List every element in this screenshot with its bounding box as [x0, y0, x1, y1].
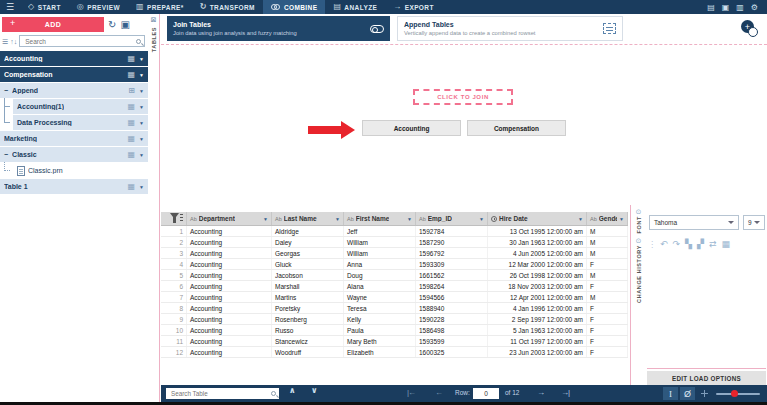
- sidebar-item-marketing[interactable]: Marketing▦▼: [0, 131, 148, 146]
- cell[interactable]: Accounting: [187, 336, 272, 346]
- join-tables-card[interactable]: Join Tables Join data using join analysi…: [167, 16, 390, 41]
- row-number-input[interactable]: [473, 388, 499, 399]
- cell[interactable]: 1594566: [416, 292, 488, 302]
- tab-start[interactable]: ◇START: [20, 0, 69, 14]
- sidebar-item-dataprocessing[interactable]: Data Processing▦▼: [13, 115, 148, 130]
- table-row[interactable]: 9AccountingRosenbergKelly15902282 Sep 19…: [161, 314, 628, 325]
- search-table-input[interactable]: [169, 389, 271, 398]
- sidebar-item-compensation[interactable]: Compensation▦▼: [0, 67, 148, 82]
- cell[interactable]: Marshall: [272, 281, 344, 291]
- column-header-gender[interactable]: AbGender▼: [587, 212, 628, 225]
- cell[interactable]: 1598264: [416, 281, 488, 291]
- cell[interactable]: Accounting: [187, 292, 272, 302]
- tab-prepare[interactable]: ▥PREPARE*: [128, 0, 192, 14]
- chevron-down-icon[interactable]: ▼: [139, 184, 144, 190]
- filter-caret-icon[interactable]: ▼: [261, 216, 268, 222]
- cell[interactable]: 1661562: [416, 270, 488, 280]
- next-row-icon[interactable]: →: [537, 388, 544, 397]
- cell[interactable]: 5 Jan 1963 12:00:00 am: [488, 325, 587, 335]
- cell[interactable]: F: [587, 259, 628, 269]
- cell[interactable]: Rosenberg: [272, 314, 344, 324]
- source-table-button-compensation[interactable]: Compensation: [467, 120, 566, 136]
- cell[interactable]: Accounting: [187, 248, 272, 258]
- chevron-down-icon[interactable]: ▼: [139, 120, 144, 126]
- prev-row-icon[interactable]: ←: [435, 388, 442, 397]
- cell[interactable]: 4 Jan 1996 12:00:00 am: [488, 303, 587, 313]
- collapse-minus-icon[interactable]: −: [4, 151, 8, 158]
- filter-caret-icon[interactable]: ▼: [477, 216, 484, 222]
- cell[interactable]: 1587290: [416, 237, 488, 247]
- cell[interactable]: 2 Sep 1997 12:00:00 am: [488, 314, 587, 324]
- filter-caret-icon[interactable]: ▼: [405, 216, 412, 222]
- cell[interactable]: Doug: [344, 270, 416, 280]
- cell[interactable]: Accounting: [187, 237, 272, 247]
- column-header-department[interactable]: AbDepartment▼: [187, 212, 272, 225]
- edit-table-icon[interactable]: ▦: [721, 239, 730, 249]
- cell[interactable]: William: [344, 237, 416, 247]
- pin-icon[interactable]: ⊙: [636, 208, 642, 215]
- tab-analyze[interactable]: ▤ANALYZE: [325, 0, 385, 14]
- search-next-icon[interactable]: ∨: [311, 386, 318, 395]
- chevron-down-icon[interactable]: ▼: [139, 72, 144, 78]
- cell[interactable]: Anna: [344, 259, 416, 269]
- redo-icon[interactable]: ↷: [673, 239, 681, 249]
- cell[interactable]: M: [587, 248, 628, 258]
- window-icon[interactable]: ▣: [722, 3, 730, 12]
- cell[interactable]: 1596792: [416, 248, 488, 258]
- cell[interactable]: M: [587, 237, 628, 247]
- collapse-minus-icon[interactable]: −: [4, 87, 8, 94]
- cell[interactable]: Jeff: [344, 226, 416, 236]
- sidebar-item-classicprn[interactable]: Classic.prn: [13, 163, 148, 178]
- gear-icon[interactable]: ⚙: [751, 3, 758, 12]
- cell[interactable]: M: [587, 292, 628, 302]
- font-family-select[interactable]: Tahoma: [649, 215, 739, 230]
- source-table-button-accounting[interactable]: Accounting: [362, 120, 461, 136]
- cell[interactable]: 12 Apr 2001 12:00:00 am: [488, 292, 587, 302]
- fuzzy-match-icon[interactable]: ▚: [685, 239, 692, 249]
- font-panel-tab[interactable]: FONT: [636, 216, 642, 233]
- table-row[interactable]: 4AccountingGluckAnna159330912 Mar 2000 1…: [161, 259, 628, 270]
- tab-export[interactable]: →EXPORT: [385, 0, 442, 14]
- column-header-hiredate[interactable]: Hire Date▼: [488, 212, 587, 225]
- edit-load-options-button[interactable]: EDIT LOAD OPTIONS: [647, 371, 766, 385]
- append-tables-card[interactable]: Append Tables Vertically append data to …: [397, 16, 623, 41]
- sidebar-item-accounting[interactable]: Accounting▦▼: [0, 51, 148, 66]
- sidebar-item-classic[interactable]: −Classic▦▼: [0, 147, 148, 162]
- cell[interactable]: Accounting: [187, 303, 272, 313]
- cell[interactable]: Wayne: [344, 292, 416, 302]
- table-row[interactable]: 8AccountingPoretskyTeresa15889404 Jan 19…: [161, 303, 628, 314]
- cell[interactable]: Accounting: [187, 226, 272, 236]
- cell[interactable]: Gluck: [272, 259, 344, 269]
- cell[interactable]: Accounting: [187, 270, 272, 280]
- cell[interactable]: F: [587, 281, 628, 291]
- table-row[interactable]: 5AccountingJacobsonDoug166156226 Oct 199…: [161, 270, 628, 281]
- cell[interactable]: Aldridge: [272, 226, 344, 236]
- cell[interactable]: F: [587, 336, 628, 346]
- cell[interactable]: 1592784: [416, 226, 488, 236]
- zoom-slider-track[interactable]: [716, 393, 760, 395]
- column-header-emp_id[interactable]: AbEmp_ID▼: [416, 212, 488, 225]
- filter-caret-icon[interactable]: ▼: [333, 216, 340, 222]
- table-row[interactable]: 12AccountingWoodruffElizabeth160032523 J…: [161, 347, 628, 358]
- table-row[interactable]: 1AccountingAldridgeJeff159278413 Oct 199…: [161, 226, 628, 237]
- table-row[interactable]: 10AccountingRussoPaula15864985 Jan 1963 …: [161, 325, 628, 336]
- cell[interactable]: Poretsky: [272, 303, 344, 313]
- search-prev-icon[interactable]: ∧: [289, 386, 296, 395]
- cell[interactable]: Russo: [272, 325, 344, 335]
- sidebar-item-table1[interactable]: Table 1▦▼: [0, 179, 148, 194]
- cell[interactable]: Accounting: [187, 325, 272, 335]
- undo-icon[interactable]: ↶: [660, 239, 668, 249]
- cell[interactable]: Stancewicz: [272, 336, 344, 346]
- hamburger-menu-icon[interactable]: ☰: [0, 0, 20, 14]
- chevron-down-icon[interactable]: ▼: [139, 104, 144, 110]
- cell[interactable]: Teresa: [344, 303, 416, 313]
- font-size-select[interactable]: 9: [743, 215, 765, 230]
- library-icon[interactable]: ▥: [736, 3, 744, 12]
- cell[interactable]: F: [587, 303, 628, 313]
- collapse-panel-icon[interactable]: ⊠: [151, 16, 157, 24]
- cell[interactable]: Accounting: [187, 314, 272, 324]
- swap-columns-icon[interactable]: ⇄: [709, 239, 717, 249]
- cell[interactable]: 1590228: [416, 314, 488, 324]
- cell[interactable]: Daley: [272, 237, 344, 247]
- cell-cursor-tool[interactable]: I: [663, 387, 678, 400]
